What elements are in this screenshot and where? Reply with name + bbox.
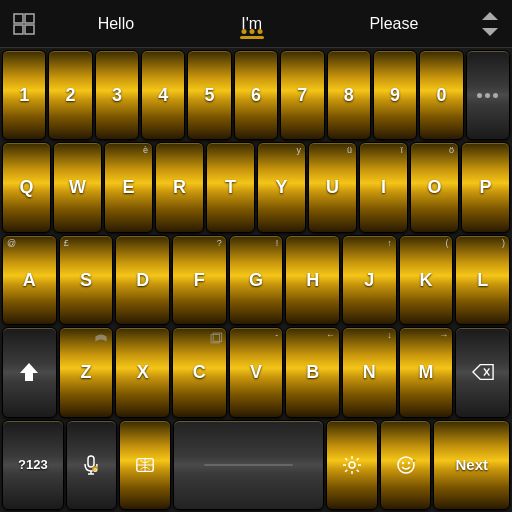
key-h[interactable]: H: [285, 235, 340, 325]
svg-rect-2: [14, 25, 23, 34]
asdf-row: @A £S D ?F !G H ↑J (K )L: [2, 235, 510, 325]
svg-rect-11: [88, 456, 94, 467]
key-f[interactable]: ?F: [172, 235, 227, 325]
key-u[interactable]: üU: [308, 142, 357, 232]
qwerty-row: Q W èE R T yY üU ïI öO P: [2, 142, 510, 232]
key-n[interactable]: ↓N: [342, 327, 397, 417]
key-k[interactable]: (K: [399, 235, 454, 325]
key-y[interactable]: yY: [257, 142, 306, 232]
suggestion-bar: Hello I'm Please: [0, 0, 512, 48]
key-shift[interactable]: [2, 327, 57, 417]
key-space[interactable]: [173, 420, 324, 510]
key-g[interactable]: !G: [229, 235, 284, 325]
key-z[interactable]: Z: [59, 327, 114, 417]
suggestion-word-3[interactable]: Please: [359, 11, 428, 37]
key-j[interactable]: ↑J: [342, 235, 397, 325]
grid-icon[interactable]: [4, 4, 44, 44]
key-x[interactable]: X: [115, 327, 170, 417]
scroll-icon[interactable]: [472, 4, 508, 44]
key-6[interactable]: 6: [234, 50, 278, 140]
key-more[interactable]: [466, 50, 510, 140]
key-p[interactable]: P: [461, 142, 510, 232]
svg-rect-0: [14, 14, 23, 23]
key-w[interactable]: W: [53, 142, 102, 232]
bottom-row: ?123 ⚙: [2, 420, 510, 510]
suggestion-word-1[interactable]: Hello: [88, 11, 144, 37]
key-q[interactable]: Q: [2, 142, 51, 232]
key-7[interactable]: 7: [280, 50, 324, 140]
key-1[interactable]: 1: [2, 50, 46, 140]
key-s[interactable]: £S: [59, 235, 114, 325]
svg-marker-6: [20, 363, 38, 381]
key-l[interactable]: )L: [455, 235, 510, 325]
zxcv-row: Z X C -V ←B ↓N →M: [2, 327, 510, 417]
key-backspace[interactable]: [455, 327, 510, 417]
key-language[interactable]: [119, 420, 171, 510]
key-c[interactable]: C: [172, 327, 227, 417]
keyboard: Hello I'm Please 1 2 3 4: [0, 0, 512, 512]
key-2[interactable]: 2: [48, 50, 92, 140]
key-4[interactable]: 4: [141, 50, 185, 140]
key-v[interactable]: -V: [229, 327, 284, 417]
key-9[interactable]: 9: [373, 50, 417, 140]
key-i[interactable]: ïI: [359, 142, 408, 232]
key-r[interactable]: R: [155, 142, 204, 232]
key-8[interactable]: 8: [327, 50, 371, 140]
key-next[interactable]: Next: [433, 420, 510, 510]
suggestion-words: Hello I'm Please: [44, 11, 472, 37]
key-5[interactable]: 5: [187, 50, 231, 140]
key-emoji[interactable]: ↩: [380, 420, 432, 510]
key-rows: 1 2 3 4 5 6 7 8 9 0 Q W èE R T: [0, 48, 512, 512]
key-3[interactable]: 3: [95, 50, 139, 140]
key-0[interactable]: 0: [419, 50, 463, 140]
key-a[interactable]: @A: [2, 235, 57, 325]
suggestion-word-2[interactable]: I'm: [231, 11, 272, 37]
svg-marker-4: [482, 12, 498, 20]
key-t[interactable]: T: [206, 142, 255, 232]
key-settings[interactable]: [326, 420, 378, 510]
key-mic[interactable]: ⚙: [66, 420, 118, 510]
svg-rect-3: [25, 25, 34, 34]
key-b[interactable]: ←B: [285, 327, 340, 417]
svg-point-22: [407, 462, 409, 464]
svg-marker-5: [482, 28, 498, 36]
svg-rect-1: [25, 14, 34, 23]
number-row: 1 2 3 4 5 6 7 8 9 0: [2, 50, 510, 140]
key-d[interactable]: D: [115, 235, 170, 325]
key-e[interactable]: èE: [104, 142, 153, 232]
key-sym[interactable]: ?123: [2, 420, 64, 510]
svg-text:↩: ↩: [412, 457, 416, 464]
key-m[interactable]: →M: [399, 327, 454, 417]
svg-point-19: [349, 462, 355, 468]
key-o[interactable]: öO: [410, 142, 459, 232]
svg-point-21: [401, 462, 403, 464]
